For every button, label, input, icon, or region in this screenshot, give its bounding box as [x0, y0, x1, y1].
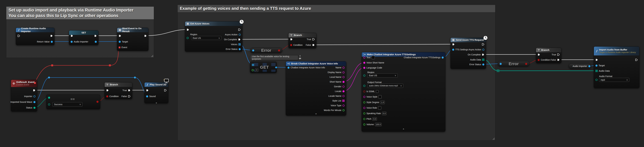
node-header[interactable]: Branch	[105, 82, 132, 87]
error-status-pin[interactable]	[482, 63, 484, 66]
node-error-macro-2[interactable]: Error	[498, 61, 530, 66]
value-box[interactable]	[378, 106, 381, 110]
exec-out-pin[interactable]	[94, 35, 97, 37]
is-ssml-pin[interactable]	[363, 90, 365, 92]
exec-out-pin[interactable]	[33, 89, 36, 92]
condition-pin[interactable]	[538, 59, 540, 61]
sound-pin[interactable]	[146, 95, 148, 97]
node-header[interactable]: ƒCreate Runtime Audio Importer	[16, 28, 54, 32]
on-complete-pin[interactable]	[238, 38, 241, 41]
exec-in-pin[interactable]	[538, 53, 540, 56]
audio-format-pin[interactable]	[596, 79, 598, 81]
node-make-azure-ttssettings[interactable]: Make Chatbot Integrator Azure TTSSetting…	[362, 52, 446, 132]
exec-in-pin[interactable]	[452, 43, 455, 46]
input-b-pin[interactable]	[48, 103, 50, 105]
in-pin[interactable]	[252, 49, 254, 52]
bubble-icon[interactable]	[299, 58, 301, 60]
voice-short-name-pin[interactable]	[363, 62, 365, 64]
exec-in-pin[interactable]	[18, 35, 20, 37]
async-action-pin[interactable]	[238, 34, 241, 36]
expand-pins-icon[interactable]: ⌄	[156, 101, 158, 104]
words-per-minute-pin[interactable]	[342, 109, 344, 111]
target-pin[interactable]	[596, 65, 598, 67]
node-import-audio-from-buffer[interactable]: ƒImport Audio from BufferTarget is Runti…	[594, 46, 640, 88]
style-degree-pin[interactable]	[363, 101, 365, 103]
audio-format-dropdown[interactable]: mp3∨	[599, 78, 629, 82]
locale-name-pin[interactable]	[342, 95, 344, 97]
condition-pin[interactable]	[290, 44, 292, 46]
node-header[interactable]: Bind Event to On Result	[117, 28, 148, 32]
out-pin[interactable]	[278, 49, 280, 52]
exec-out-pin[interactable]	[164, 89, 166, 92]
value-box[interactable]	[372, 56, 375, 59]
false-out-pin[interactable]	[128, 95, 130, 98]
node-header[interactable]: Send Azure TTS Request	[450, 38, 486, 42]
audio-data-pin[interactable]	[596, 70, 598, 72]
voice-info-in-pin[interactable]	[288, 67, 290, 69]
volume-pin[interactable]	[363, 123, 365, 125]
result-pin[interactable]	[96, 101, 98, 103]
audio-importer-out-pin[interactable]	[95, 41, 97, 43]
value-box[interactable]: 0.0	[372, 117, 377, 121]
exec-out-pin[interactable]	[50, 35, 53, 37]
exec-in-pin[interactable]	[186, 28, 189, 31]
blueprint-graph-canvas[interactable]: Set up audio import and playback via Run…	[0, 0, 644, 147]
exec-out-pin[interactable]	[144, 35, 147, 37]
node-header[interactable]: ƒImport Audio from BufferTarget is Runti…	[594, 47, 639, 55]
style-list-pin[interactable]	[342, 100, 344, 102]
comment-resize-handle[interactable]	[151, 55, 153, 57]
node-play-sound-2d[interactable]: ƒPlay Sound 2DSound⌄	[144, 82, 168, 103]
target-pin[interactable]	[119, 41, 121, 43]
collapse-pins-icon[interactable]: ⌃	[402, 128, 404, 131]
pin-icon[interactable]	[299, 55, 301, 57]
exec-in-pin[interactable]	[70, 35, 73, 37]
array-in-pin[interactable]	[252, 64, 254, 66]
exec-out-pin[interactable]	[482, 43, 484, 46]
node-header[interactable]: Get Azure Voices	[185, 22, 242, 26]
comment-tts-header[interactable]: Example of getting voices and then sendi…	[178, 5, 495, 12]
voice-style-pin[interactable]	[363, 96, 365, 98]
language-code-pin[interactable]	[363, 67, 365, 69]
value-box[interactable]: 100.0	[375, 123, 382, 126]
node-audio-importer-var[interactable]: Audio Importer	[569, 63, 591, 69]
region-dropdown[interactable]: East US∨	[191, 36, 222, 40]
node-header[interactable]: OnResult_EventCustom Event	[11, 80, 37, 87]
node-branch-1[interactable]: BranchTrueConditionFalse	[104, 82, 132, 99]
true-out-pin[interactable]	[312, 38, 315, 41]
region-pin[interactable]	[363, 75, 365, 77]
audio-data-pin[interactable]	[482, 59, 484, 61]
voice-role-pin[interactable]	[363, 107, 365, 109]
event-pin[interactable]	[119, 47, 120, 48]
imported-sound-wave-pin[interactable]	[34, 101, 36, 103]
name-pin[interactable]	[342, 67, 344, 69]
voices-pin[interactable]	[238, 43, 241, 46]
return-value-pin[interactable]	[51, 41, 53, 43]
false-out-pin[interactable]	[557, 59, 560, 61]
local-name-pin[interactable]	[342, 76, 344, 78]
gender-pin[interactable]	[342, 86, 344, 88]
status-pin[interactable]	[34, 107, 36, 109]
exec-in-pin[interactable]	[106, 89, 109, 92]
value-out-pin[interactable]	[588, 65, 590, 67]
delegate-out-pin[interactable]	[34, 82, 36, 84]
node-header[interactable]: Branch	[288, 33, 316, 37]
condition-pin[interactable]	[106, 95, 108, 97]
comment-resize-handle[interactable]	[492, 137, 495, 140]
value-box[interactable]: 1.0	[380, 101, 385, 104]
exec-in-pin[interactable]	[119, 35, 121, 37]
node-branch-3[interactable]: BranchTrueConditionFalse	[536, 48, 562, 63]
tts-settings-pin[interactable]	[452, 49, 454, 51]
value-box[interactable]: 0.0	[382, 112, 386, 115]
output-format-dropdown[interactable]: audio-16khz-32kbitrate-mono-mp3∨	[368, 84, 403, 88]
node-header[interactable]: Branch	[536, 48, 561, 52]
false-out-pin[interactable]	[312, 44, 315, 46]
element-out-pin[interactable]	[275, 66, 277, 69]
reroute-square[interactable]	[109, 64, 111, 66]
exec-in-pin[interactable]	[290, 38, 293, 41]
reroute-dot[interactable]	[48, 77, 50, 78]
async-action-pin[interactable]	[482, 49, 484, 51]
node-header[interactable]: SET	[69, 31, 98, 35]
node-send-azure-tts-request[interactable]: Send Azure TTS RequestTTS SettingsAsync …	[450, 38, 486, 69]
node-create-runtime-audio-importer[interactable]: ƒCreate Runtime Audio ImporterReturn Val…	[16, 28, 54, 45]
node-comment-bubble[interactable]: Use the first available voice for testin…	[250, 55, 298, 60]
